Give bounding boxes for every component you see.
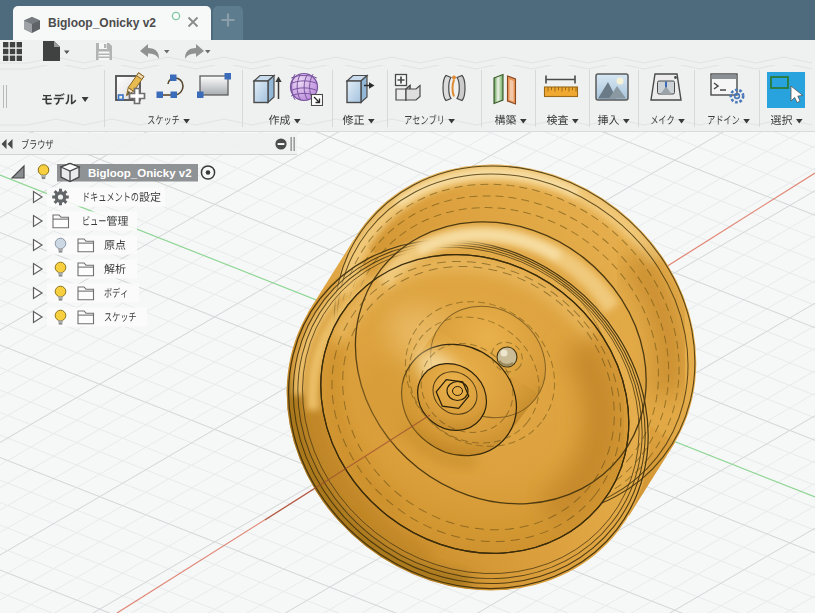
svg-text:Bigloop_Onicky v2: Bigloop_Onicky v2 — [88, 167, 192, 179]
